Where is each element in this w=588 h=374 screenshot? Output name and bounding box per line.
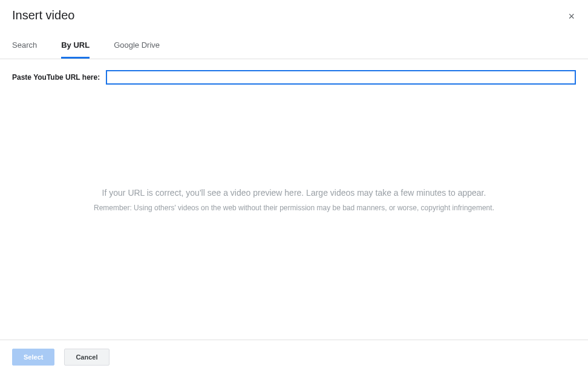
preview-hint-secondary: Remember: Using others' videos on the we… — [94, 204, 494, 212]
dialog-title: Insert video — [12, 8, 576, 22]
tab-google-drive[interactable]: Google Drive — [114, 34, 160, 59]
tab-by-url[interactable]: By URL — [61, 34, 90, 59]
close-button[interactable]: × — [566, 8, 577, 24]
preview-hint-primary: If your URL is correct, you'll see a vid… — [102, 188, 486, 198]
tabs-bar: Search By URL Google Drive — [0, 34, 588, 59]
insert-video-dialog: Insert video × Search By URL Google Driv… — [0, 0, 588, 374]
preview-area: If your URL is correct, you'll see a vid… — [12, 60, 576, 340]
content-area: Paste YouTube URL here: If your URL is c… — [0, 59, 588, 340]
dialog-header: Insert video × Search By URL Google Driv… — [0, 0, 588, 59]
cancel-button[interactable]: Cancel — [64, 349, 109, 366]
select-button[interactable]: Select — [12, 349, 54, 366]
tab-search[interactable]: Search — [12, 34, 37, 59]
dialog-footer: Select Cancel — [0, 340, 588, 374]
